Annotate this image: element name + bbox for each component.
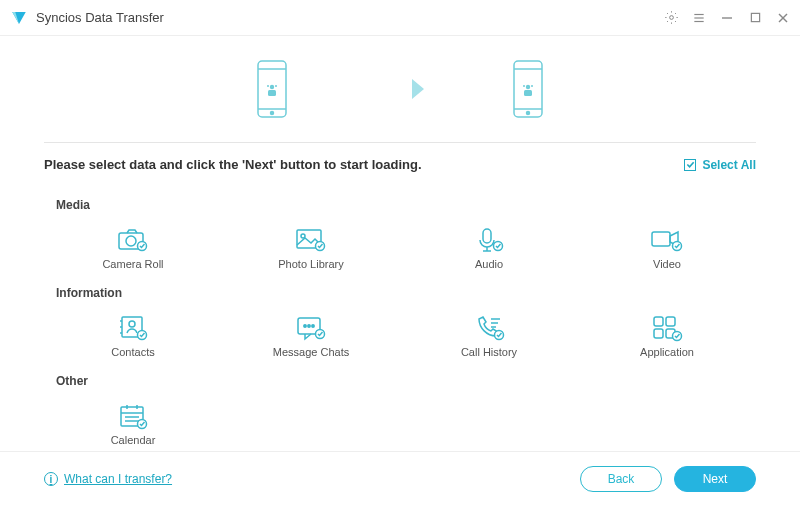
item-label: Message Chats bbox=[273, 346, 349, 358]
select-all-label: Select All bbox=[702, 158, 756, 172]
item-label: Calendar bbox=[111, 434, 156, 446]
titlebar: Syncios Data Transfer bbox=[0, 0, 800, 36]
svg-rect-34 bbox=[652, 232, 670, 246]
gear-icon bbox=[664, 10, 679, 25]
item-message-chats[interactable]: Message Chats bbox=[222, 310, 400, 362]
section-title-media: Media bbox=[56, 198, 756, 212]
back-button[interactable]: Back bbox=[580, 466, 662, 492]
svg-point-23 bbox=[531, 85, 533, 87]
other-grid: Calendar bbox=[44, 398, 756, 450]
item-camera-roll[interactable]: Camera Roll bbox=[44, 222, 222, 274]
item-label: Photo Library bbox=[278, 258, 343, 270]
svg-point-15 bbox=[275, 85, 277, 87]
svg-rect-21 bbox=[524, 90, 532, 96]
item-photo-library[interactable]: Photo Library bbox=[222, 222, 400, 274]
settings-button[interactable] bbox=[664, 11, 678, 25]
item-video[interactable]: Video bbox=[578, 222, 756, 274]
audio-icon bbox=[472, 226, 506, 254]
svg-point-0 bbox=[669, 16, 673, 20]
svg-point-45 bbox=[308, 325, 310, 327]
svg-point-19 bbox=[527, 112, 530, 115]
maximize-button[interactable] bbox=[748, 11, 762, 25]
app-title: Syncios Data Transfer bbox=[36, 10, 664, 25]
instruction-row: Please select data and click the 'Next' … bbox=[0, 143, 800, 180]
maximize-icon bbox=[750, 12, 761, 23]
next-button[interactable]: Next bbox=[674, 466, 756, 492]
item-label: Call History bbox=[461, 346, 517, 358]
contacts-icon bbox=[116, 314, 150, 342]
back-label: Back bbox=[608, 472, 635, 486]
svg-point-20 bbox=[526, 85, 530, 89]
svg-point-38 bbox=[129, 321, 135, 327]
svg-rect-54 bbox=[654, 329, 663, 338]
svg-rect-52 bbox=[654, 317, 663, 326]
help-link[interactable]: i What can I transfer? bbox=[44, 472, 172, 486]
item-contacts[interactable]: Contacts bbox=[44, 310, 222, 362]
svg-point-14 bbox=[267, 85, 269, 87]
svg-rect-30 bbox=[483, 229, 491, 243]
call-history-icon bbox=[472, 314, 506, 342]
help-label: What can I transfer? bbox=[64, 472, 172, 486]
transfer-arrow-icon bbox=[372, 71, 428, 107]
calendar-icon bbox=[116, 402, 150, 430]
item-label: Audio bbox=[475, 258, 503, 270]
menu-button[interactable] bbox=[692, 11, 706, 25]
section-title-other: Other bbox=[56, 374, 756, 388]
close-icon bbox=[777, 12, 789, 24]
camera-icon bbox=[116, 226, 150, 254]
svg-rect-53 bbox=[666, 317, 675, 326]
message-icon bbox=[294, 314, 328, 342]
item-calendar[interactable]: Calendar bbox=[44, 398, 222, 450]
item-audio[interactable]: Audio bbox=[400, 222, 578, 274]
information-grid: Contacts Message Chats Call History Appl… bbox=[44, 310, 756, 362]
menu-icon bbox=[692, 11, 706, 25]
photo-icon bbox=[294, 226, 328, 254]
application-icon bbox=[650, 314, 684, 342]
window-controls bbox=[664, 11, 790, 25]
video-icon bbox=[650, 226, 684, 254]
item-label: Video bbox=[653, 258, 681, 270]
svg-point-44 bbox=[304, 325, 306, 327]
item-label: Application bbox=[640, 346, 694, 358]
app-logo bbox=[10, 9, 28, 27]
item-call-history[interactable]: Call History bbox=[400, 310, 578, 362]
data-categories: Media Camera Roll Photo Library Audio Vi… bbox=[0, 180, 800, 450]
svg-point-22 bbox=[523, 85, 525, 87]
next-label: Next bbox=[703, 472, 728, 486]
svg-point-11 bbox=[271, 112, 274, 115]
section-title-information: Information bbox=[56, 286, 756, 300]
svg-point-12 bbox=[270, 85, 274, 89]
svg-point-46 bbox=[312, 325, 314, 327]
checkbox-icon bbox=[684, 159, 696, 171]
info-icon: i bbox=[44, 472, 58, 486]
item-application[interactable]: Application bbox=[578, 310, 756, 362]
item-label: Camera Roll bbox=[102, 258, 163, 270]
media-grid: Camera Roll Photo Library Audio Video bbox=[44, 222, 756, 274]
source-device-icon bbox=[252, 57, 292, 121]
minimize-button[interactable] bbox=[720, 11, 734, 25]
instruction-text: Please select data and click the 'Next' … bbox=[44, 157, 684, 172]
select-all-checkbox[interactable]: Select All bbox=[684, 158, 756, 172]
svg-rect-13 bbox=[268, 90, 276, 96]
minimize-icon bbox=[721, 12, 733, 24]
close-button[interactable] bbox=[776, 11, 790, 25]
device-diagram bbox=[0, 44, 800, 134]
svg-point-25 bbox=[126, 236, 136, 246]
footer: i What can I transfer? Back Next bbox=[0, 451, 800, 510]
item-label: Contacts bbox=[111, 346, 154, 358]
target-device-icon bbox=[508, 57, 548, 121]
svg-point-28 bbox=[301, 234, 305, 238]
svg-rect-5 bbox=[751, 13, 759, 21]
